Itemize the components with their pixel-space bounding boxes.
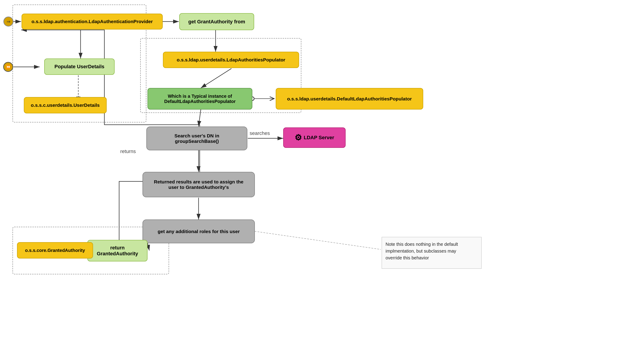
node-ldap-authorities-populator: o.s.s.ldap.userdetails.LdapAuthoritiesPo… <box>163 52 299 68</box>
gear-icon: ⚙ <box>294 133 302 142</box>
node-get-additional-roles: get any additional roles for this user <box>142 220 255 243</box>
node-oss-userdetails: o.s.s.c.userdetails.UserDetails <box>24 97 107 113</box>
node-return-granted-authority: return GrantedAuthority <box>87 240 148 261</box>
node-oss-core-granted-authority: o.s.s.core.GrantedAuthority <box>17 242 93 259</box>
node-populate-userdetails: Populate UserDetails <box>44 58 114 75</box>
return-marker: ⏪ <box>3 62 13 72</box>
svg-line-17 <box>254 231 381 249</box>
label-searches: searches <box>250 130 270 136</box>
node-returned-results: Returned results are used to assign the … <box>142 172 255 197</box>
node-ldap-auth-provider: o.s.s.ldap.authentication.LdapAuthentica… <box>22 13 163 29</box>
node-oss-default-ldap: o.s.s.ldap.userdetails.DefaultLdapAuthor… <box>276 88 423 109</box>
node-search-user-dn: Search user's DN in groupSearchBase() <box>146 126 247 150</box>
label-returns: returns <box>120 148 136 154</box>
start-marker: ⇒ <box>4 16 14 26</box>
node-default-ldap-authorities-populator: Which is a Typical instance of DefaultLd… <box>148 88 252 109</box>
note-box: Note this does nothing in the default im… <box>382 237 482 269</box>
node-get-grant-authority: get GrantAuthority from <box>179 13 254 30</box>
node-ldap-server: ⚙ LDAP Server <box>283 127 346 148</box>
diagram-container: ⇒ ⏪ o.s.s.ldap.authentication.LdapAuthen… <box>0 0 644 351</box>
